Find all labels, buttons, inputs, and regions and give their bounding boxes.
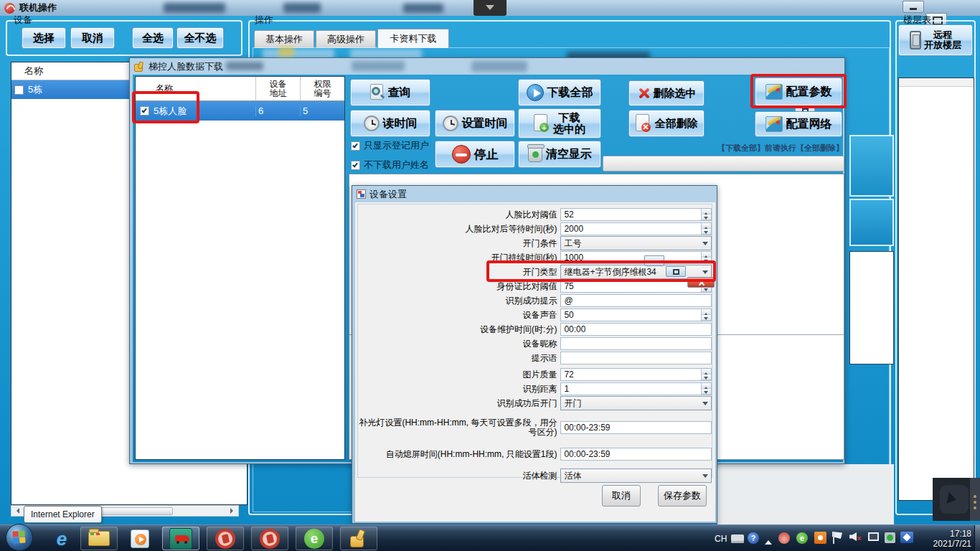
taskbar-parking-app-icon[interactable]: [162, 527, 199, 550]
chevron-down-icon[interactable]: [702, 242, 708, 248]
taskbar-ie-icon[interactable]: e: [46, 528, 77, 550]
settings-save-button[interactable]: 保存参数: [658, 485, 707, 507]
redacted-title-text: [403, 4, 443, 13]
wireless-icon[interactable]: [778, 532, 790, 544]
minimize-button[interactable]: [903, 1, 924, 13]
field-label: 补光灯设置(HH:mm-HH:mm, 每天可设置多段，用分号区分): [358, 418, 560, 437]
chevron-down-icon[interactable]: [473, 0, 507, 16]
stop-button[interactable]: 停止: [435, 141, 515, 168]
read-time-button[interactable]: 读时间: [350, 110, 430, 137]
face-data-table[interactable]: 名称 设备地址 权限编号 5栋人脸 6 5: [135, 76, 345, 460]
taskbar-red-app-icon-1[interactable]: [207, 527, 244, 550]
field-spinner[interactable]: 1000: [560, 251, 712, 264]
remote-open-floor-button[interactable]: 远程开放楼层: [898, 24, 973, 56]
taskbar-red-app-icon-2[interactable]: [251, 527, 288, 550]
start-button[interactable]: [6, 524, 33, 551]
taskbar-browser-360-icon[interactable]: e: [296, 527, 333, 550]
help-icon[interactable]: ?: [748, 532, 759, 544]
field-label: 识别距离: [358, 385, 560, 394]
network-icon[interactable]: [868, 532, 879, 541]
tab-basic-operation[interactable]: 基本操作: [254, 30, 314, 48]
scroll-right-arrow[interactable]: [230, 508, 236, 514]
field-spinner[interactable]: 52: [560, 208, 712, 221]
spinner-arrows-icon[interactable]: [701, 369, 711, 380]
taskbar-clock[interactable]: 17:18 2021/7/21: [920, 527, 971, 550]
row-checkbox[interactable]: [140, 106, 149, 116]
select-none-button[interactable]: 全不选: [176, 27, 224, 49]
field-input[interactable]: [560, 352, 712, 364]
spinner-arrows-icon[interactable]: [701, 383, 711, 395]
select-button[interactable]: 选择: [22, 27, 66, 49]
spinner-arrows-icon[interactable]: [701, 209, 711, 220]
app-logo-icon: [4, 3, 15, 14]
tab-card-data-download[interactable]: 卡资料下载: [377, 29, 449, 48]
config-params-button[interactable]: 配置参数: [755, 77, 842, 106]
orange-app-icon[interactable]: [814, 532, 826, 544]
scroll-left-arrow[interactable]: [14, 508, 19, 514]
field-combo[interactable]: 开门: [560, 396, 712, 410]
widget-dots-icon: [974, 495, 976, 498]
field-spinner[interactable]: 50: [560, 309, 712, 321]
field-spinner[interactable]: 72: [560, 368, 712, 381]
tools-icon: [765, 116, 783, 132]
tray-language[interactable]: CH: [715, 525, 727, 551]
widget-handle[interactable]: [970, 478, 980, 521]
delete-selected-button[interactable]: 删除选中: [628, 80, 705, 106]
field-input[interactable]: 00:00-23:59: [560, 421, 712, 434]
volume-muted-icon[interactable]: [849, 532, 857, 541]
select-all-button[interactable]: 全选: [132, 27, 174, 49]
settings-cancel-button[interactable]: 取消: [602, 485, 641, 507]
settings-field-row-1: 人脸比对阈值52: [358, 207, 712, 222]
field-input[interactable]: [560, 337, 712, 350]
clear-display-button[interactable]: 清空显示: [518, 141, 601, 168]
field-combo[interactable]: 活体: [560, 468, 712, 483]
settings-field-row-16: 自动熄屏时间(HH:mm-HH:mm, 只能设置1段)00:00-23:59: [358, 447, 712, 461]
redacted-text: [352, 61, 405, 71]
download-all-button[interactable]: 下载全部: [518, 79, 601, 106]
taskbar-thumbs-app-icon[interactable]: [340, 527, 377, 550]
cancel-select-button[interactable]: 取消: [70, 27, 115, 49]
spinner-arrows-icon[interactable]: [701, 223, 711, 235]
show-desktop-button[interactable]: [974, 525, 980, 551]
floor-list[interactable]: [898, 77, 974, 501]
field-combo[interactable]: 工号: [560, 236, 712, 250]
device-row-checkbox[interactable]: [14, 85, 24, 95]
chevron-down-icon[interactable]: [702, 474, 708, 481]
set-time-button[interactable]: 设置时间: [435, 110, 515, 137]
settings-fields-panel: 人脸比对阈值52人脸比对后等待时间(秒)2000开门条件工号开门持续时间(秒)1…: [357, 204, 712, 478]
settings-dialog-title: 设备设置: [369, 188, 407, 201]
taskbar-media-player-icon[interactable]: [122, 528, 158, 550]
green-e-icon[interactable]: e: [796, 532, 808, 544]
chevron-down-icon[interactable]: [702, 402, 708, 408]
field-spinner[interactable]: 1: [560, 382, 712, 395]
face-data-row[interactable]: 5栋人脸 6 5: [136, 101, 344, 121]
chevron-down-icon[interactable]: [702, 270, 708, 277]
config-network-button[interactable]: 配置网络: [755, 111, 842, 137]
delete-all-button[interactable]: ✕ 全部删除: [628, 110, 705, 137]
floor-list-header: [899, 78, 974, 87]
field-input[interactable]: 00:00-23:59: [560, 448, 712, 461]
tab-advanced-operation[interactable]: 高级操作: [316, 30, 376, 48]
recorder-widget[interactable]: [933, 478, 980, 521]
download-selected-button[interactable]: + 下载选中的: [518, 108, 601, 138]
show-registered-checkbox[interactable]: 只显示登记用户: [351, 139, 429, 152]
usb-icon[interactable]: [885, 532, 895, 543]
spinner-arrows-icon[interactable]: [701, 252, 711, 263]
field-input[interactable]: 00:00: [560, 323, 712, 336]
stop-icon: [452, 145, 471, 164]
settings-minimize-button[interactable]: [644, 255, 664, 266]
snipping-icon[interactable]: [900, 532, 913, 543]
field-spinner[interactable]: 2000: [560, 222, 712, 235]
recorder-icon[interactable]: [940, 485, 969, 514]
taskbar-explorer-icon[interactable]: [80, 527, 118, 550]
no-user-names-checkbox[interactable]: 不下载用户姓名: [351, 159, 429, 171]
settings-field-row-8: 设备声音50: [358, 308, 712, 322]
settings-maximize-button[interactable]: [666, 266, 686, 277]
tray-expand-arrow-icon[interactable]: [765, 537, 772, 545]
spinner-arrows-icon[interactable]: [701, 309, 711, 321]
settings-close-button[interactable]: [687, 277, 715, 288]
query-button[interactable]: 查询: [350, 79, 430, 106]
keyboard-icon[interactable]: [731, 534, 744, 543]
field-label: 人脸比对阈值: [358, 210, 560, 220]
field-input[interactable]: @: [560, 294, 712, 307]
